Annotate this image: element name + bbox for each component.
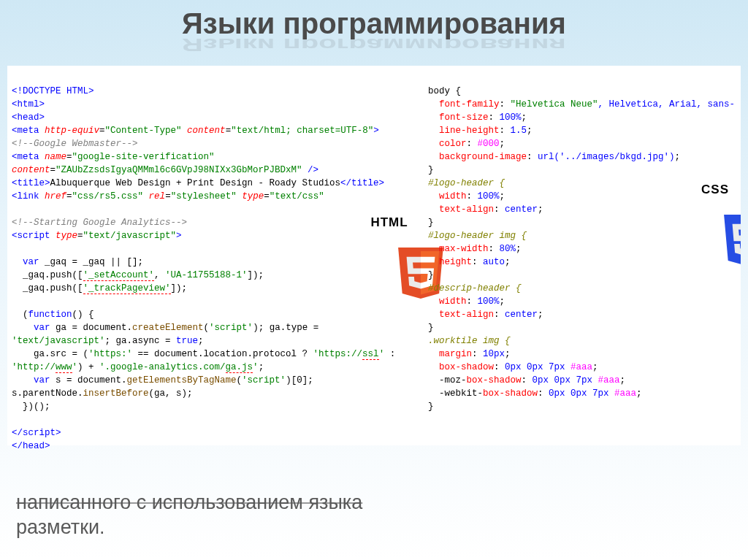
- code-token: )[0];: [286, 375, 313, 386]
- code-token: line-height: [439, 126, 500, 136]
- code-token: box-shadow: [467, 375, 522, 386]
- footer-line2: разметки.: [16, 515, 362, 540]
- code-token: type: [56, 231, 77, 241]
- html5-logo: HTML: [362, 190, 416, 320]
- code-token: })();: [12, 402, 50, 412]
- code-token: 'script': [242, 375, 286, 386]
- code-token: _gaq = _gaq || [];: [45, 257, 143, 267]
- code-token: <meta: [12, 152, 39, 162]
- code-token: ); ga.type =: [253, 323, 318, 333]
- code-token: var: [12, 375, 50, 386]
- code-token: <title>: [12, 178, 50, 188]
- code-token: margin: [439, 349, 472, 359]
- code-token: true: [176, 336, 198, 346]
- code-token: '.google-analytics.com/: [99, 362, 226, 372]
- code-token: ;: [259, 362, 264, 372]
- code-token: "google-site-verification": [72, 152, 215, 162]
- code-line: }: [428, 165, 434, 175]
- code-token: () {: [72, 310, 94, 320]
- code-token: ga = document.: [56, 323, 132, 333]
- code-token: (: [204, 323, 210, 333]
- code-token: "text/html; charset=UTF-8": [231, 126, 373, 136]
- code-token: 0px 0px 7px: [505, 362, 570, 372]
- code-token: 1.5: [511, 126, 527, 136]
- code-token: == document.location.protocol ?: [132, 349, 313, 359]
- code-token: s = document.: [56, 375, 127, 386]
- code-token: href: [45, 191, 66, 202]
- code-token: type: [242, 191, 264, 202]
- code-token: ': [253, 362, 259, 372]
- code-token: color: [439, 139, 467, 149]
- code-token: (: [12, 310, 28, 320]
- code-token: </title>: [340, 178, 384, 188]
- code-token: 100%: [500, 112, 522, 123]
- code-token: 'https://: [313, 349, 363, 359]
- code-token: 0px 0px 7px: [533, 375, 598, 386]
- code-token: 'script': [209, 323, 253, 333]
- code-token: s.parentNode.: [12, 388, 83, 399]
- code-token: -webkit-: [439, 388, 483, 399]
- code-line: }: [428, 402, 434, 412]
- css3-logo-label: CSS: [688, 183, 741, 196]
- css3-logo: CSS: [688, 157, 741, 287]
- code-line: <!DOCTYPE HTML>: [12, 86, 94, 96]
- code-token: , Helvetica, Arial, sans-: [598, 99, 736, 110]
- code-token: 100%: [478, 191, 500, 202]
- code-token: ga.src = (: [12, 349, 88, 359]
- code-token: </head>: [12, 441, 50, 451]
- code-token: 'https:': [88, 349, 132, 359]
- code-line: }: [428, 218, 434, 228]
- code-token: ga.js: [226, 362, 253, 373]
- code-token: :: [384, 349, 395, 359]
- code-token: ': [72, 362, 78, 372]
- code-token: <meta: [12, 126, 39, 136]
- code-token: getElementsByTagName: [127, 375, 237, 386]
- code-line: #descrip-header {: [428, 283, 522, 294]
- code-token: content: [187, 126, 226, 136]
- code-token: var: [23, 257, 39, 267]
- code-token: (: [237, 375, 243, 386]
- code-token: 'http://: [12, 362, 56, 372]
- code-line: }: [428, 323, 434, 333]
- code-token: box-shadow: [439, 362, 494, 372]
- code-token: insertBefore: [83, 388, 149, 399]
- footer-line1: написанного с использованием языка: [16, 490, 362, 515]
- content-box: <!DOCTYPE HTML> <html> <head> <meta http…: [7, 66, 741, 445]
- code-token: font-family: [439, 99, 500, 110]
- code-token: 80%: [500, 244, 516, 254]
- code-token: 10px: [483, 349, 505, 359]
- code-token: http-equiv: [45, 126, 99, 136]
- code-token: var: [12, 323, 50, 333]
- code-token: '_trackPageview': [83, 283, 171, 294]
- code-token: "stylesheet": [171, 191, 237, 202]
- code-token: text-align: [439, 204, 494, 215]
- code-line: .worktile img {: [428, 336, 511, 346]
- code-token: text-align: [439, 310, 494, 320]
- page-title: Языки программирования: [0, 0, 748, 40]
- code-token: function: [28, 310, 72, 320]
- code-line: #logo-header img {: [428, 231, 527, 241]
- code-token: width: [439, 191, 467, 202]
- code-line: #logo-header {: [428, 178, 505, 188]
- code-token: center: [505, 204, 538, 215]
- code-token: "css/rs5.css": [72, 191, 144, 202]
- code-token: "Helvetica Neue": [511, 99, 598, 110]
- code-token: ssl: [362, 349, 379, 360]
- code-token: ]);: [171, 283, 188, 294]
- code-line: body {: [428, 86, 461, 96]
- code-token: #aaa: [598, 375, 620, 386]
- code-token: name: [45, 152, 66, 162]
- code-comment: <!--Google Webmaster-->: [12, 139, 138, 149]
- code-token: 0px 0px 7px: [549, 388, 614, 399]
- code-token: ': [379, 349, 385, 359]
- code-token: "Content-Type": [105, 126, 182, 136]
- code-token: <link: [12, 191, 39, 202]
- code-line: <head>: [12, 112, 45, 123]
- code-token: ]);: [248, 270, 264, 280]
- code-token: 'UA-11755188-1': [165, 270, 248, 280]
- code-token: auto: [483, 257, 505, 267]
- code-token: 100%: [478, 296, 500, 307]
- code-token: <script: [12, 231, 50, 241]
- code-token: "text/javascript": [83, 231, 177, 241]
- code-token: font-size: [439, 112, 489, 123]
